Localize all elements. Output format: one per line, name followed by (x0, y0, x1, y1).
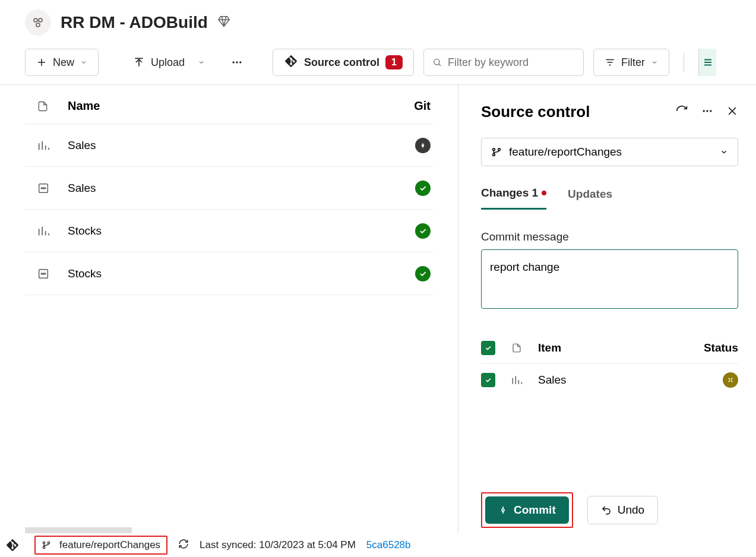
chart-icon (25, 224, 68, 238)
more-button[interactable] (225, 49, 249, 76)
page-title: RR DM - ADOBuild (61, 13, 208, 32)
upload-button-label: Upload (151, 56, 185, 69)
git-status-ok-icon (415, 223, 431, 239)
svg-point-4 (236, 61, 238, 63)
undo-icon (601, 505, 612, 515)
more-icon (701, 105, 713, 117)
grid-icon (25, 267, 68, 280)
chevron-down-icon (651, 59, 658, 66)
list-row[interactable]: Sales (25, 167, 433, 210)
svg-point-17 (706, 110, 708, 112)
change-checkbox[interactable] (481, 373, 495, 387)
git-icon (284, 54, 298, 71)
svg-point-5 (239, 61, 241, 63)
new-button[interactable]: New (25, 49, 99, 76)
undo-button[interactable]: Undo (587, 496, 658, 524)
svg-point-19 (493, 148, 495, 151)
status-column-header: Status (697, 341, 738, 355)
main-area: Name Git Sales Sales Stocks (0, 85, 756, 547)
last-synced-text: Last synced: 10/3/2023 at 5:04 PM (200, 539, 356, 551)
statusbar-branch-name: feature/reportChanges (59, 539, 160, 551)
svg-point-16 (703, 110, 705, 112)
item-name: Sales (68, 182, 397, 195)
svg-point-3 (233, 61, 235, 63)
changes-table: Item Status Sales (481, 333, 738, 396)
item-name: Stocks (68, 224, 397, 238)
refresh-button[interactable] (675, 105, 688, 120)
statusbar-branch-highlight[interactable]: feature/reportChanges (34, 536, 167, 555)
svg-point-11 (45, 188, 46, 189)
change-row[interactable]: Sales (481, 364, 738, 396)
panel-tabs: Changes 1 Updates (481, 186, 738, 210)
keyword-filter-input[interactable] (423, 49, 584, 76)
svg-point-18 (710, 110, 711, 112)
panel-toggle-button[interactable] (698, 49, 716, 76)
item-name: Stocks (68, 267, 397, 280)
item-column-header: Item (538, 341, 684, 355)
git-status-conflict-icon (415, 138, 431, 153)
commit-button-highlight: Commit (481, 492, 573, 528)
list-row[interactable]: Sales (25, 124, 433, 167)
item-name: Sales (68, 139, 397, 152)
commit-button[interactable]: Commit (485, 496, 569, 524)
branch-name: feature/reportChanges (509, 145, 622, 159)
chart-icon (25, 139, 68, 152)
panel-footer: Commit Undo (481, 492, 738, 535)
filter-button[interactable]: Filter (593, 49, 669, 76)
panel-title: Source control (481, 103, 590, 121)
list-row[interactable]: Stocks (25, 210, 433, 252)
panel-more-button[interactable] (701, 105, 713, 119)
hamburger-icon (703, 57, 713, 68)
svg-point-14 (43, 273, 44, 274)
source-control-button[interactable]: Source control 1 (273, 49, 414, 76)
select-all-checkbox[interactable] (481, 341, 495, 355)
tab-changes[interactable]: Changes 1 (481, 186, 546, 210)
git-icon (1, 534, 24, 556)
svg-point-15 (45, 273, 46, 274)
grid-icon (25, 182, 68, 195)
branch-selector[interactable]: feature/reportChanges (481, 138, 738, 166)
close-icon (726, 105, 738, 117)
plus-icon (36, 57, 47, 68)
column-git-header[interactable]: Git (397, 99, 433, 113)
svg-point-21 (498, 148, 501, 151)
source-control-badge: 1 (385, 55, 403, 69)
workspace-icon (25, 10, 51, 36)
change-status-modified-icon (723, 372, 738, 388)
svg-point-22 (502, 509, 504, 511)
svg-point-24 (43, 546, 45, 548)
search-icon (432, 57, 442, 68)
tab-updates[interactable]: Updates (568, 186, 612, 210)
new-button-label: New (53, 56, 74, 69)
sync-icon[interactable] (178, 539, 189, 552)
git-status-ok-icon (415, 266, 431, 281)
svg-point-0 (34, 18, 37, 22)
undo-button-label: Undo (618, 504, 644, 517)
source-control-panel: Source control feature/reportChanges Cha… (458, 85, 756, 547)
commit-message-input[interactable] (481, 249, 738, 309)
git-status-ok-icon (415, 181, 431, 196)
source-control-label: Source control (304, 56, 379, 69)
column-name-header[interactable]: Name (68, 99, 397, 113)
svg-point-20 (493, 154, 495, 156)
commit-hash-link[interactable]: 5ca6528b (366, 539, 411, 551)
svg-point-1 (39, 18, 42, 22)
list-header: Name Git (25, 85, 433, 124)
toolbar-divider (684, 53, 684, 72)
list-row[interactable]: Stocks (25, 252, 433, 295)
svg-point-2 (36, 23, 40, 27)
upload-icon (133, 56, 145, 68)
svg-point-25 (48, 542, 49, 543)
close-button[interactable] (726, 105, 738, 119)
refresh-icon (675, 105, 688, 118)
keyword-input[interactable] (448, 56, 575, 69)
commit-icon (498, 505, 508, 515)
filter-icon (605, 57, 615, 68)
scrollbar[interactable] (25, 527, 132, 533)
chevron-down-icon (198, 59, 205, 66)
chevron-down-icon (80, 59, 87, 66)
upload-button[interactable]: Upload (122, 49, 216, 76)
svg-point-6 (434, 59, 439, 65)
file-icon (508, 342, 525, 354)
commit-button-label: Commit (514, 504, 556, 517)
